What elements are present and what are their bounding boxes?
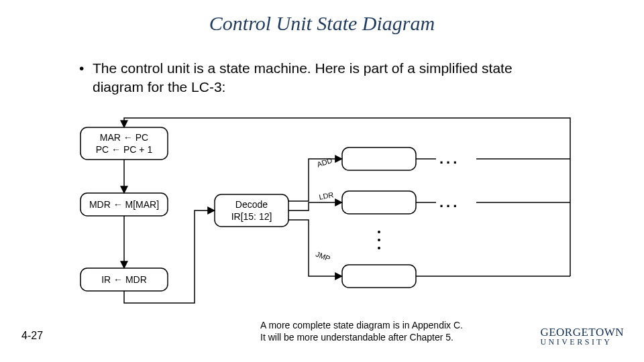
state-exec-ldr <box>342 191 416 214</box>
logo-line1: GEORGETOWN <box>540 326 624 338</box>
slide-title: Control Unit State Diagram <box>0 12 644 35</box>
ir-text: IR ← MDR <box>101 274 147 285</box>
arrow-decode-jmp <box>288 220 342 276</box>
page-number: 4-27 <box>21 330 43 342</box>
state-diagram: MAR ← PC PC ← PC + 1 MDR ← M[MAR] IR ← M… <box>40 114 604 312</box>
mdr-text: MDR ← M[MAR] <box>89 199 159 210</box>
fetch-line1: MAR ← PC <box>100 132 148 143</box>
footnote: A more complete state diagram is in Appe… <box>260 319 549 343</box>
bullet-text: • The control unit is a state machine. H… <box>93 59 562 97</box>
hellip-add: ... <box>439 150 460 167</box>
georgetown-logo: GEORGETOWN UNIVERSITY <box>540 326 624 346</box>
label-jmp: JMP <box>315 250 331 263</box>
fetch-line2: PC ← PC + 1 <box>96 144 153 155</box>
logo-line2: UNIVERSITY <box>540 338 624 346</box>
state-exec-add <box>342 147 416 170</box>
state-exec-jmp <box>342 265 416 288</box>
vellip-3 <box>378 247 380 249</box>
vellip-1 <box>378 231 380 233</box>
slide: Control Unit State Diagram • The control… <box>0 0 644 362</box>
decode-line2: IR[15: 12] <box>231 211 272 222</box>
decode-line1: Decode <box>235 199 268 210</box>
bullet-marker: • <box>79 59 84 78</box>
footnote-line1: A more complete state diagram is in Appe… <box>260 320 463 330</box>
label-ldr: LDR <box>318 190 334 201</box>
footnote-line2: It will be more understandable after Cha… <box>260 332 453 343</box>
label-add: ADD <box>316 156 333 169</box>
bullet-content: The control unit is a state machine. Her… <box>93 60 513 95</box>
arrow-decode-ldr <box>288 202 342 210</box>
vellip-2 <box>378 239 380 241</box>
arrow-decode-add <box>288 159 342 201</box>
hellip-ldr: ... <box>439 194 460 210</box>
